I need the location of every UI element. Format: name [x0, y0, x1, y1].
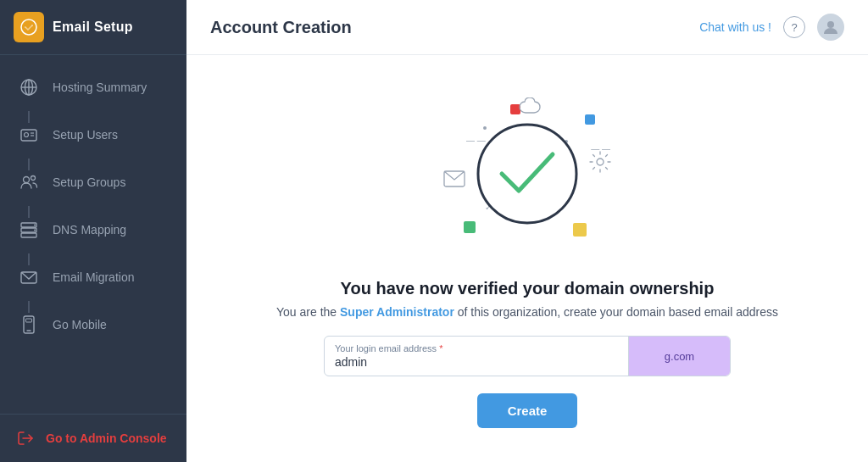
- mobile-icon: [17, 313, 41, 337]
- deco-lines-right: — —: [591, 144, 610, 153]
- svg-point-16: [34, 230, 36, 231]
- sidebar-item-label: Hosting Summary: [53, 81, 147, 94]
- sidebar: Email Setup Hosting Summary: [0, 0, 186, 462]
- super-admin-link[interactable]: Super Administrator: [340, 305, 454, 319]
- svg-point-1: [25, 24, 32, 31]
- main-header: Account Creation Chat with us ! ?: [186, 0, 868, 55]
- main-content: Account Creation Chat with us ! ?: [186, 0, 868, 462]
- group-icon: [17, 170, 41, 194]
- svg-rect-20: [26, 319, 32, 322]
- svg-point-23: [597, 159, 604, 165]
- chat-link[interactable]: Chat with us !: [699, 20, 771, 34]
- sidebar-header: Email Setup: [0, 0, 186, 55]
- svg-rect-14: [21, 233, 36, 237]
- sidebar-item-label: DNS Mapping: [53, 223, 126, 237]
- admin-console-button[interactable]: Go to Admin Console: [0, 414, 186, 462]
- svg-point-11: [31, 176, 36, 181]
- logout-icon: [14, 426, 37, 450]
- sidebar-nav: Hosting Summary Setup Users: [0, 55, 186, 414]
- sidebar-item-label: Email Migration: [53, 270, 134, 284]
- svg-point-25: [478, 125, 576, 223]
- sidebar-item-hosting-summary[interactable]: Hosting Summary: [0, 64, 186, 111]
- gear-icon: [588, 150, 612, 174]
- email-input[interactable]: [335, 355, 618, 369]
- globe-icon: [17, 75, 41, 99]
- admin-console-label: Go to Admin Console: [46, 431, 167, 445]
- svg-point-7: [25, 133, 29, 137]
- verification-heading: You have now verified your domain owners…: [276, 279, 778, 298]
- verification-subtext: You are the Super Administrator of this …: [276, 305, 778, 319]
- email-domain-suffix: g.com: [628, 337, 730, 376]
- required-star: *: [439, 343, 442, 353]
- page-title: Account Creation: [210, 18, 352, 37]
- header-actions: Chat with us ! ?: [699, 14, 844, 41]
- sidebar-item-label: Setup Groups: [53, 175, 125, 189]
- id-card-icon: [17, 123, 41, 147]
- email-icon: [17, 265, 41, 289]
- email-label: Your login email address *: [335, 343, 618, 353]
- check-circle-svg: [472, 119, 582, 229]
- app-title: Email Setup: [53, 19, 133, 35]
- verification-illustration: — — — — ✓: [434, 89, 620, 259]
- email-field-wrapper: Your login email address *: [325, 337, 628, 376]
- sidebar-item-label: Setup Users: [53, 128, 118, 142]
- envelope-icon: [442, 170, 466, 188]
- cloud-icon: [519, 97, 549, 116]
- deco-blue-square: [585, 114, 595, 125]
- dns-icon: [17, 218, 41, 242]
- avatar: [817, 14, 844, 41]
- app-logo-icon: [14, 12, 44, 42]
- sidebar-item-label: Go Mobile: [53, 318, 107, 331]
- svg-point-22: [827, 21, 834, 28]
- svg-point-15: [34, 225, 36, 226]
- help-button[interactable]: ?: [783, 16, 805, 38]
- svg-point-10: [24, 177, 30, 183]
- main-body: — — — — ✓ You have now verified your dom…: [186, 55, 868, 462]
- email-form: Your login email address * g.com: [324, 336, 731, 376]
- create-button[interactable]: Create: [477, 393, 578, 428]
- main-text-block: You have now verified your domain owners…: [276, 279, 778, 319]
